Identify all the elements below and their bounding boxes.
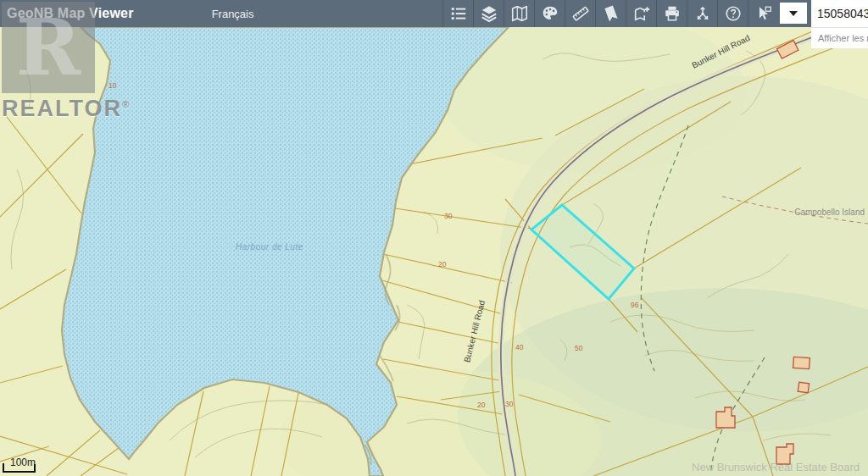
search-box — [811, 0, 868, 27]
search-input[interactable] — [811, 7, 868, 20]
legend-button[interactable] — [442, 0, 473, 27]
app-header: GeoNB Map Viewer Français — [0, 0, 868, 27]
help-icon — [724, 4, 743, 23]
share-icon — [693, 4, 712, 23]
add-data-button[interactable] — [626, 0, 656, 27]
draw-button[interactable] — [534, 0, 565, 27]
water-label: Harbour de Lute — [236, 242, 303, 252]
attribution-label: New Brunswick Real Estate Board — [692, 461, 860, 473]
toolbar — [442, 0, 778, 27]
app-title: GeoNB Map Viewer — [0, 6, 134, 21]
bookmark-icon — [602, 4, 620, 23]
contour-value-label: 30 — [444, 212, 453, 220]
contour-value-label: 96 — [631, 301, 639, 309]
search-suggestion-item[interactable]: Afficher les r — [811, 27, 868, 48]
layers-icon — [480, 4, 498, 23]
island-label: Campobello Island — [794, 208, 865, 217]
cursor-select-icon — [754, 4, 773, 23]
map-canvas[interactable]: Harbour de Lute Bunker Hill Road Bunker … — [0, 27, 868, 476]
map-plus-icon — [632, 4, 651, 23]
contour-value-label: 20 — [438, 260, 447, 268]
basemap-button[interactable] — [504, 0, 534, 27]
contour-value-label: 30 — [505, 400, 514, 408]
geonb-map-viewer-app: GeoNB Map Viewer Français — [0, 0, 868, 476]
ruler-icon — [571, 4, 590, 23]
bookmark-button[interactable] — [595, 0, 626, 27]
scale-label: 100m — [10, 457, 36, 468]
share-button[interactable] — [687, 0, 717, 27]
contour-value-label: 40 — [515, 343, 524, 351]
search-dropdown-button[interactable] — [780, 3, 807, 24]
layers-button[interactable] — [473, 0, 504, 27]
help-button[interactable] — [717, 0, 748, 27]
map-svg: Harbour de Lute Bunker Hill Road Bunker … — [0, 27, 868, 476]
language-toggle-link[interactable]: Français — [212, 8, 254, 20]
contour-value-label: 20 — [477, 401, 486, 409]
chevron-down-icon — [789, 11, 798, 16]
basemap-icon — [510, 4, 529, 23]
contour-value-label: 10 — [108, 81, 117, 90]
measure-button[interactable] — [565, 0, 595, 27]
legend-icon — [449, 4, 468, 23]
contour-value-label: 50 — [575, 344, 583, 352]
palette-icon — [541, 4, 559, 23]
select-button[interactable] — [748, 0, 778, 27]
print-button[interactable] — [656, 0, 687, 27]
printer-icon — [663, 4, 682, 23]
